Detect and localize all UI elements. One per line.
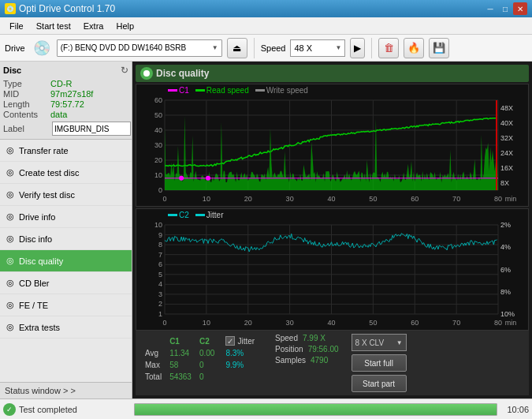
toolbar: Drive 💿 (F:) BENQ DVD DD DW1640 BSRB ▼ ⏏…	[0, 35, 532, 62]
cd-bler-label: CD Bler	[19, 279, 50, 288]
clv-dropdown-arrow: ▼	[396, 339, 403, 346]
jitter-checkbox[interactable]: ✓	[225, 336, 235, 346]
avg-jitter: 8.3%	[219, 348, 258, 358]
sidebar-item-disc-info[interactable]: ◎ Disc info	[0, 228, 132, 250]
sidebar-item-drive-info[interactable]: ◎ Drive info	[0, 206, 132, 228]
save-button[interactable]: 💾	[429, 38, 449, 58]
avg-c2: 0.00	[196, 348, 218, 358]
create-test-disc-icon: ◎	[5, 167, 16, 178]
total-c1: 54363	[166, 372, 195, 382]
speed-label: Speed	[261, 43, 286, 53]
speed-arrow: ▼	[336, 44, 342, 51]
label-input[interactable]	[52, 122, 131, 136]
read-speed-legend-label: Read speed	[206, 86, 249, 95]
length-val: 79:57.72	[50, 99, 84, 109]
drive-label: Drive	[5, 43, 25, 53]
status-window-button[interactable]: Status window > >	[0, 382, 132, 398]
disc-section-title: Disc	[3, 65, 21, 75]
cd-bler-icon: ◎	[5, 278, 16, 289]
c2-header: C2	[196, 335, 218, 346]
menu-bar: File Start test Extra Help	[0, 17, 532, 35]
disc-quality-icon: ◎	[5, 256, 16, 267]
menu-help[interactable]: Help	[110, 20, 140, 32]
transfer-rate-icon: ◎	[5, 145, 16, 156]
mid-key: MID	[3, 89, 50, 99]
time-display: 10:06	[500, 405, 529, 414]
maximize-button[interactable]: □	[498, 2, 512, 15]
status-bar: ✓ Test completed 100.0% 10:06	[0, 398, 532, 419]
sidebar-item-create-test-disc[interactable]: ◎ Create test disc	[0, 162, 132, 184]
main-chart: C1 Read speed Write speed	[136, 84, 529, 207]
label-key: Label	[3, 124, 50, 133]
verify-test-disc-icon: ◎	[5, 189, 16, 200]
jitter-chart-legend: C2 Jitter	[168, 211, 223, 219]
sep2	[371, 38, 372, 58]
disc-quality-header: Disc quality	[136, 65, 529, 82]
burn-button[interactable]: 🔥	[404, 38, 424, 58]
disc-refresh-icon[interactable]: ↻	[121, 65, 128, 76]
max-c2: 0	[196, 360, 218, 370]
sidebar-item-cd-bler[interactable]: ◎ CD Bler	[0, 272, 132, 294]
max-label: Max	[142, 360, 165, 370]
sidebar-item-extra-tests[interactable]: ◎ Extra tests	[0, 316, 132, 339]
disc-section: Disc ↻ Type CD-R MID 97m27s18f Length 79…	[0, 62, 132, 140]
drive-select[interactable]: (F:) BENQ DVD DD DW1640 BSRB ▼	[57, 39, 222, 57]
speed-value: 48 X	[294, 43, 335, 53]
contents-val: data	[50, 110, 67, 119]
jitter-col-label: Jitter	[237, 337, 255, 346]
speed-select-wrapper[interactable]: 48 X ▼	[290, 39, 345, 57]
menu-start-test[interactable]: Start test	[30, 20, 77, 32]
svg-point-0	[143, 70, 150, 77]
length-key: Length	[3, 99, 50, 109]
type-key: Type	[3, 79, 50, 88]
status-text: Test completed	[19, 405, 77, 414]
avg-label: Avg	[142, 348, 165, 358]
start-part-button[interactable]: Start part	[352, 375, 407, 392]
disc-info-label: Disc info	[19, 234, 52, 244]
window-title: Opti Drive Control 1.70	[19, 3, 115, 14]
speed-go-button[interactable]: ▶	[350, 38, 365, 58]
disc-quality-header-icon	[140, 67, 153, 80]
jitter-checkbox-row: ✓ Jitter	[225, 336, 255, 346]
eject-button[interactable]: ⏏	[227, 38, 247, 58]
stats-table: C1 C2 ✓ Jitter Avg 11.34 0.00 8.3%	[140, 334, 259, 383]
extra-tests-label: Extra tests	[19, 323, 60, 332]
samples-label: Samples	[275, 356, 306, 365]
progress-text: 100.0%	[135, 415, 497, 416]
status-left: ✓ Test completed	[3, 403, 131, 416]
sidebar-item-transfer-rate[interactable]: ◎ Transfer rate	[0, 140, 132, 162]
transfer-rate-label: Transfer rate	[19, 146, 69, 155]
status-window-label: Status window > >	[5, 386, 76, 395]
charts-container: C1 Read speed Write speed	[136, 84, 529, 331]
max-jitter: 9.9%	[219, 360, 258, 370]
c1-legend-label: C1	[179, 86, 189, 95]
contents-key: Contents	[3, 110, 50, 119]
erase-button[interactable]: 🗑	[378, 38, 399, 58]
drive-icon: 💿	[32, 38, 52, 58]
menu-extra[interactable]: Extra	[77, 20, 110, 32]
minimize-button[interactable]: ─	[483, 2, 497, 15]
sidebar-item-fe-te[interactable]: ◎ FE / TE	[0, 294, 132, 316]
position-label: Position	[275, 345, 303, 354]
close-button[interactable]: ✕	[513, 2, 527, 15]
verify-test-disc-label: Verify test disc	[19, 190, 75, 200]
jitter-chart: C2 Jitter	[136, 208, 529, 331]
write-speed-legend-label: Write speed	[266, 86, 308, 95]
disc-info: Type CD-R MID 97m27s18f Length 79:57.72 …	[3, 79, 128, 136]
start-full-button[interactable]: Start full	[352, 354, 407, 372]
menu-file[interactable]: File	[3, 20, 30, 32]
c1-header: C1	[166, 335, 195, 346]
progress-bar	[135, 404, 497, 415]
sidebar-item-disc-quality[interactable]: ◎ Disc quality	[0, 250, 132, 272]
main-chart-legend: C1 Read speed Write speed	[168, 86, 308, 95]
jitter-legend-label: Jitter	[206, 211, 224, 219]
disc-quality-label: Disc quality	[19, 256, 63, 266]
fe-te-icon: ◎	[5, 300, 16, 311]
disc-quality-title: Disc quality	[156, 68, 209, 79]
create-test-disc-label: Create test disc	[19, 168, 79, 178]
right-panel: Disc quality C1 Read speed	[132, 62, 532, 398]
extra-tests-icon: ◎	[5, 322, 16, 333]
progress-bar-container: 100.0%	[134, 403, 497, 416]
sidebar-item-verify-test-disc[interactable]: ◎ Verify test disc	[0, 184, 132, 206]
clv-select-wrapper[interactable]: 8 X CLV ▼	[352, 334, 407, 351]
